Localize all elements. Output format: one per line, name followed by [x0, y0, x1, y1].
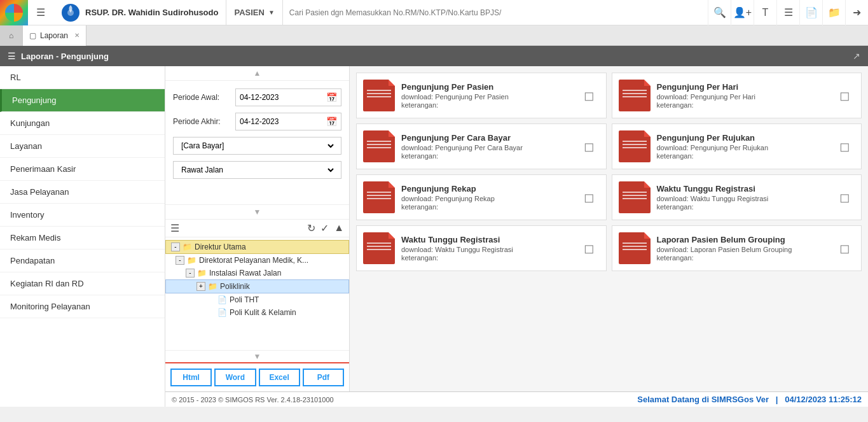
tree-toggle-direktur[interactable]: - [171, 243, 180, 251]
excel-button[interactable]: Excel [259, 369, 300, 386]
tree-file-kulit-icon: 📄 [217, 308, 227, 317]
tree-check-icon[interactable]: ✓ [320, 222, 329, 234]
sidebar-item-rekam-medis[interactable]: Rekam Medis [0, 227, 165, 250]
report-card-body-4: Pengunjung Rekap download: Pengunjung Re… [401, 184, 573, 211]
search-input[interactable] [289, 8, 701, 17]
report-card-download-0: download: Pengunjung Per Pasien [401, 93, 573, 101]
report-card-body-6: Waktu Tunggu Registrasi download: Waktu … [401, 235, 573, 262]
doc-icon-pengunjung-per-hari [619, 80, 651, 111]
sidebar-item-monitoring[interactable]: Monitoring Pelayanan [0, 295, 165, 318]
report-card-download-7: download: Laporan Pasien Belum Grouping [657, 246, 829, 253]
tree-node-direktur[interactable]: - 📁 Direktur Utama [165, 240, 349, 254]
org-logo-icon [61, 3, 80, 22]
tree-node-poliklinik[interactable]: + 📁 Poliklinik [165, 279, 349, 293]
sidebar-item-jasa-pelayanan[interactable]: Jasa Pelayanan [0, 181, 165, 204]
svg-point-1 [67, 10, 74, 16]
html-button[interactable]: Html [170, 369, 212, 386]
download-button-6[interactable]: ◻ [579, 238, 600, 258]
report-card-download-1: download: Pengunjung Per Hari [657, 93, 829, 101]
tab-close-button[interactable]: ✕ [74, 32, 79, 39]
tabs-bar: ⌂ ▢ Laporan ✕ [0, 25, 868, 46]
sidebar-item-pendapatan[interactable]: Pendapatan [0, 250, 165, 272]
tree-label-poliklinik: Poliklinik [220, 282, 250, 291]
tree-toggle-poliklinik[interactable]: + [196, 282, 205, 291]
sidebar: RL Pengunjung Kunjungan Layanan Penerima… [0, 66, 165, 407]
search-icon-button[interactable]: 🔍 [708, 0, 731, 25]
tree-label-dit-pelayanan: Direktorat Pelayanan Medik, K... [199, 256, 308, 265]
download-button-2[interactable]: ◻ [579, 136, 600, 157]
calendar-akhir-icon[interactable]: 📅 [326, 116, 337, 127]
tree-list-icon[interactable]: ☰ [170, 222, 179, 234]
download-button-0[interactable]: ◻ [579, 85, 600, 106]
tree-undo-icon[interactable]: ↻ [307, 222, 315, 234]
periode-awal-input[interactable] [240, 93, 317, 102]
exit-icon-button[interactable]: ➜ [845, 0, 868, 25]
page-header: ☰ Laporan - Pengunjung ↗ [0, 46, 868, 66]
pasien-selector[interactable]: PASIEN ▼ [226, 0, 282, 25]
tree-node-instalasi[interactable]: - 📁 Instalasi Rawat Jalan [165, 267, 349, 279]
rawat-select[interactable]: Rawat Jalan Rawat Inap Semua [179, 165, 336, 175]
laporan-tab[interactable]: ▢ Laporan ✕ [23, 25, 86, 46]
report-card-title-7: Laporan Pasien Belum Grouping [657, 235, 829, 244]
report-card-waktu-tunggu-2: Waktu Tunggu Registrasi download: Waktu … [356, 225, 607, 271]
document-icon-button[interactable]: 📄 [799, 0, 822, 25]
statusbar-version: © 2015 - 2023 © SIMGOS RS Ver. 2.4.18-23… [172, 396, 334, 404]
download-button-7[interactable]: ◻ [834, 238, 855, 258]
expand-icon[interactable]: ↗ [853, 51, 860, 61]
tree-node-poli-tht[interactable]: 📄 Poli THT [165, 293, 349, 306]
report-card-title-2: Pengunjung Per Cara Bayar [401, 133, 573, 143]
home-tab-button[interactable]: ⌂ [0, 25, 23, 46]
pasien-label: PASIEN [234, 8, 264, 17]
calendar-awal-icon[interactable]: 📅 [326, 92, 337, 102]
report-card-keterangan-3: keterangan: [657, 152, 829, 160]
add-user-icon-button[interactable]: 👤+ [731, 0, 754, 25]
welcome-text: Selamat Datang di SIMRSGos Ver [637, 395, 769, 404]
tree-label-direktur: Direktur Utama [195, 243, 246, 251]
report-card-title-3: Pengunjung Per Rujukan [657, 133, 829, 143]
doc-icon-waktu-tunggu-2 [363, 232, 395, 264]
right-panel: Pengunjung Per Pasien download: Pengunju… [350, 66, 868, 391]
sidebar-item-rl[interactable]: RL [0, 66, 165, 89]
tree-scroll-down[interactable]: ▼ [165, 350, 349, 362]
sidebar-item-inventory[interactable]: Inventory [0, 204, 165, 227]
left-panel: ▲ Periode Awal: 📅 Periode Akhir: [165, 66, 350, 391]
report-card-body-1: Pengunjung Per Hari download: Pengunjung… [657, 82, 829, 109]
report-card-download-5: download: Waktu Tunggu Registrasi [657, 195, 829, 202]
download-button-3[interactable]: ◻ [834, 136, 855, 157]
tree-node-dit-pelayanan[interactable]: - 📁 Direktorat Pelayanan Medik, K... [165, 254, 349, 267]
report-card-pengunjung-per-rujukan: Pengunjung Per Rujukan download: Pengunj… [612, 123, 862, 169]
periode-akhir-input[interactable] [240, 117, 317, 126]
tree-toggle-dit-pelayanan[interactable]: - [176, 256, 184, 265]
rawat-row: Rawat Jalan Rawat Inap Semua [173, 161, 341, 179]
word-button[interactable]: Word [214, 369, 256, 386]
sidebar-item-kegiatan-ri[interactable]: Kegiatan RI dan RD [0, 272, 165, 295]
report-card-pengunjung-per-cara-bayar: Pengunjung Per Cara Bayar download: Peng… [356, 123, 607, 169]
tree-toggle-instalasi[interactable]: - [186, 269, 195, 278]
sidebar-item-layanan[interactable]: Layanan [0, 135, 165, 158]
report-card-download-6: download: Waktu Tunggu Registrasi [401, 246, 573, 253]
folder-icon-button[interactable]: 📁 [822, 0, 845, 25]
periode-akhir-row: Periode Akhir: 📅 [173, 113, 341, 130]
tree-up-icon[interactable]: ▲ [334, 222, 344, 234]
scroll-up-arrow[interactable]: ▲ [165, 66, 349, 81]
periode-awal-label: Periode Awal: [173, 93, 230, 102]
download-button-5[interactable]: ◻ [834, 187, 855, 207]
list-icon-button[interactable]: ☰ [776, 0, 799, 25]
panels: ▲ Periode Awal: 📅 Periode Akhir: [165, 66, 868, 391]
download-button-4[interactable]: ◻ [579, 187, 600, 207]
doc-icon-belum-grouping [619, 232, 651, 264]
tree-node-poli-kulit[interactable]: 📄 Poli Kulit & Kelamin [165, 306, 349, 319]
pdf-button[interactable]: Pdf [303, 369, 344, 386]
main-layout: RL Pengunjung Kunjungan Layanan Penerima… [0, 66, 868, 407]
download-button-1[interactable]: ◻ [834, 85, 855, 106]
sidebar-item-kunjungan[interactable]: Kunjungan [0, 112, 165, 135]
tree-label-poli-kulit: Poli Kulit & Kelamin [230, 308, 296, 317]
hamburger-menu-button[interactable]: ☰ [28, 6, 53, 18]
tab-label: Laporan [40, 31, 68, 40]
sidebar-item-pengunjung[interactable]: Pengunjung [0, 89, 165, 112]
text-icon-button[interactable]: T [754, 0, 776, 25]
cara-bayar-select[interactable]: [Cara Bayar] [179, 141, 336, 151]
sidebar-item-penerimaan-kasir[interactable]: Penerimaan Kasir [0, 158, 165, 181]
report-card-keterangan-6: keterangan: [401, 254, 573, 262]
scroll-down-arrow[interactable]: ▼ [165, 204, 349, 220]
